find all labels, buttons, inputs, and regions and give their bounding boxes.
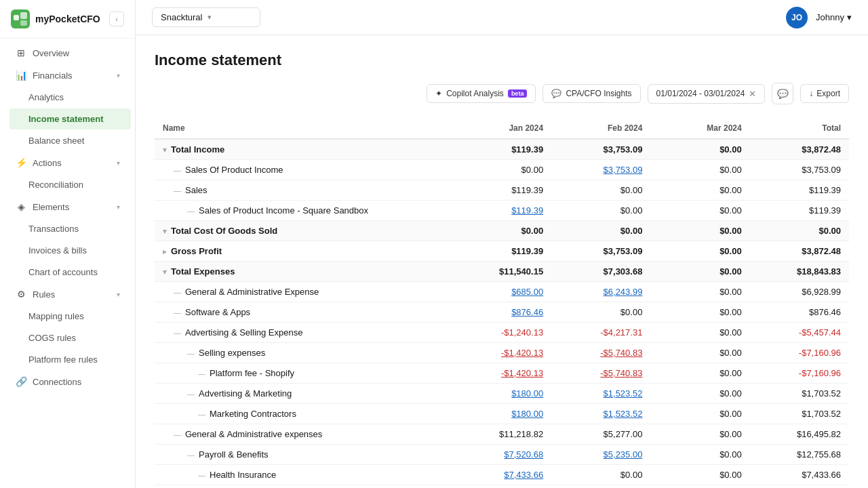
- sidebar-item-income-statement[interactable]: Income statement: [9, 108, 131, 129]
- expand-icon[interactable]: —: [174, 166, 181, 174]
- cell-value: $119.39: [750, 201, 849, 221]
- company-selector[interactable]: Snacktural ▾: [152, 7, 260, 27]
- table-row: —Platform fee - Shopify-$1,420.13-$5,740…: [155, 363, 849, 384]
- date-range-close-icon[interactable]: ✕: [749, 89, 756, 99]
- cell-value[interactable]: $5,235.00: [551, 445, 650, 465]
- cell-name: —Advertising & Selling Expense: [155, 323, 452, 343]
- cell-value[interactable]: -$1,420.13: [452, 363, 551, 384]
- svg-rect-1: [14, 15, 19, 20]
- overview-icon: ⊞: [15, 47, 27, 58]
- table-row: —Software & Apps$876.46$0.00$0.00$876.46: [155, 302, 849, 323]
- expand-icon[interactable]: —: [174, 288, 181, 296]
- sidebar-item-chart-of-accounts[interactable]: Chart of accounts: [9, 262, 131, 283]
- cell-name: ▾Total Income: [155, 139, 452, 160]
- cell-name: —Sales: [155, 180, 452, 201]
- expand-icon[interactable]: ▾: [163, 268, 167, 276]
- cell-name: —Selling expenses: [155, 343, 452, 363]
- cell-value: $0.00: [650, 424, 749, 445]
- sidebar-item-analytics-label: Analytics: [28, 92, 120, 102]
- cell-value: $1,703.52: [750, 384, 849, 404]
- expand-icon[interactable]: —: [198, 410, 205, 418]
- export-label: Export: [816, 89, 840, 98]
- actions-submenu: Reconciliation: [0, 174, 135, 195]
- sidebar-item-actions[interactable]: ⚡ Actions ▾: [4, 152, 131, 174]
- cell-value[interactable]: -$5,740.83: [551, 363, 650, 384]
- cell-value[interactable]: $1,523.52: [551, 384, 650, 404]
- date-range-selector[interactable]: 01/01/2024 - 03/01/2024 ✕: [648, 84, 766, 104]
- sidebar-item-connections[interactable]: 🔗 Connections: [4, 371, 131, 392]
- sidebar-item-cogs-rules[interactable]: COGS rules: [9, 327, 131, 348]
- sidebar-item-financials-label: Financials: [33, 70, 111, 81]
- cell-value[interactable]: $3,753.09: [551, 160, 650, 180]
- sidebar-item-transactions[interactable]: Transactions: [9, 218, 131, 239]
- cell-value: $0.00: [650, 262, 749, 282]
- table-row: —Sales Of Product Income$0.00$3,753.09$0…: [155, 160, 849, 180]
- sidebar-item-transactions-label: Transactions: [28, 224, 120, 234]
- cell-name: —Software & Apps: [155, 302, 452, 323]
- sidebar-item-invoices-bills[interactable]: Invoices & bills: [9, 240, 131, 261]
- row-name: Total Income: [171, 144, 224, 155]
- expand-icon[interactable]: ▾: [163, 146, 167, 154]
- expand-icon[interactable]: —: [174, 430, 181, 439]
- sidebar-collapse-button[interactable]: ‹: [109, 12, 124, 26]
- sidebar-item-rules[interactable]: ⚙ Rules ▾: [4, 283, 131, 305]
- cell-value[interactable]: $1,523.52: [551, 404, 650, 424]
- cell-name: —Advertising & Marketing: [155, 384, 452, 404]
- cell-value: $5,277.00: [551, 424, 650, 445]
- expand-icon[interactable]: —: [198, 471, 205, 479]
- topbar-right: JO Johnny ▾: [786, 7, 852, 28]
- sidebar-item-overview[interactable]: ⊞ Overview: [4, 42, 131, 64]
- expand-icon[interactable]: —: [174, 308, 181, 317]
- cell-value[interactable]: $180.00: [452, 404, 551, 424]
- sidebar-item-reconciliation[interactable]: Reconciliation: [9, 174, 131, 195]
- cell-value: $0.00: [650, 323, 749, 343]
- cell-value[interactable]: $876.46: [452, 302, 551, 323]
- expand-icon[interactable]: —: [174, 186, 181, 195]
- expand-icon[interactable]: —: [187, 349, 195, 357]
- row-name: Selling expenses: [199, 348, 265, 358]
- financials-submenu: Analytics Income statement Balance sheet: [0, 87, 135, 151]
- cell-value: $0.00: [650, 302, 749, 323]
- cell-value[interactable]: $6,243.99: [551, 282, 650, 302]
- cpa-insights-button[interactable]: 💬 CPA/CFO Insights: [542, 84, 640, 103]
- elements-icon: ◈: [15, 201, 27, 212]
- cell-value[interactable]: $87.02: [452, 485, 551, 489]
- sidebar-item-elements[interactable]: ◈ Elements ▾: [4, 196, 131, 218]
- export-button[interactable]: ↓ Export: [800, 84, 849, 103]
- row-name: Total Cost Of Goods Sold: [171, 226, 277, 236]
- cell-value: $119.39: [452, 180, 551, 201]
- cell-value: $0.00: [650, 465, 749, 485]
- copilot-analysis-button[interactable]: ✦ Copilot Analysis beta: [427, 84, 536, 103]
- row-name: Advertising & Selling Expense: [185, 327, 302, 338]
- sidebar-item-balance-sheet[interactable]: Balance sheet: [9, 130, 131, 151]
- cell-value: $0.00: [551, 485, 650, 489]
- expand-icon[interactable]: —: [174, 329, 181, 337]
- sidebar-item-financials[interactable]: 📊 Financials ▾: [4, 64, 131, 86]
- sidebar-item-platform-fee-rules[interactable]: Platform fee rules: [9, 349, 131, 370]
- sidebar: myPocketCFO ‹ ⊞ Overview 📊 Financials ▾ …: [0, 0, 136, 488]
- cell-value[interactable]: $7,520.68: [452, 445, 551, 465]
- table-row: ▸Gross Profit$119.39$3,753.09$0.00$3,872…: [155, 241, 849, 262]
- expand-icon[interactable]: ▾: [163, 227, 167, 235]
- cell-name: ▾Total Cost Of Goods Sold: [155, 221, 452, 241]
- main-content: Income statement ✦ Copilot Analysis beta…: [136, 35, 868, 488]
- cell-value[interactable]: $685.00: [452, 282, 551, 302]
- expand-icon[interactable]: —: [187, 390, 195, 398]
- cell-value: $0.00: [551, 221, 650, 241]
- user-name[interactable]: Johnny ▾: [816, 12, 852, 22]
- cell-value: $0.00: [650, 363, 749, 384]
- sidebar-item-mapping-rules[interactable]: Mapping rules: [9, 306, 131, 327]
- cell-value[interactable]: $7,433.66: [452, 465, 551, 485]
- cell-value[interactable]: $180.00: [452, 384, 551, 404]
- sidebar-item-analytics[interactable]: Analytics: [9, 87, 131, 108]
- expand-icon[interactable]: —: [198, 369, 205, 378]
- expand-icon[interactable]: —: [187, 451, 195, 459]
- cell-value[interactable]: -$1,420.13: [452, 343, 551, 363]
- cell-value[interactable]: $119.39: [452, 201, 551, 221]
- sidebar-item-rules-label: Rules: [33, 289, 111, 300]
- expand-icon[interactable]: —: [187, 207, 195, 215]
- expand-icon[interactable]: ▸: [163, 247, 167, 256]
- comment-button[interactable]: 💬: [772, 83, 793, 104]
- cell-value: $876.46: [750, 302, 849, 323]
- cell-value[interactable]: -$5,740.83: [551, 343, 650, 363]
